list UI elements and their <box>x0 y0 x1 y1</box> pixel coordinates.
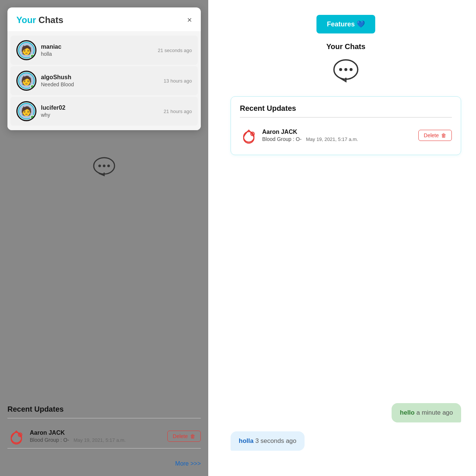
left-panel: Your Chats × 🧑 maniac holla 21 seconds a… <box>0 0 208 476</box>
right-update-item: Aaron JACK Blood Group : O- May 19, 2021… <box>240 123 452 147</box>
message-text: holla <box>239 437 254 444</box>
chat-username: lucifer02 <box>41 104 159 111</box>
svg-point-1 <box>99 165 101 167</box>
divider <box>7 448 201 448</box>
right-delete-button[interactable]: Delete 🗑 <box>418 130 452 141</box>
chat-list: 🧑 maniac holla 21 seconds ago 🧑 <box>7 31 201 130</box>
more-link: More >>> <box>7 454 201 476</box>
chat-item[interactable]: 🧑 lucifer02 why 21 hours ago <box>10 97 198 126</box>
svg-point-7 <box>339 68 342 71</box>
chat-username: algoShush <box>41 74 159 81</box>
chat-modal: Your Chats × 🧑 maniac holla 21 seconds a… <box>7 7 201 130</box>
divider <box>7 418 201 418</box>
right-update-name: Aaron JACK <box>262 129 418 135</box>
avatar: 🧑 <box>16 40 36 60</box>
right-chat-icon <box>231 58 461 87</box>
blood-drop-icon-right <box>240 126 258 144</box>
chat-bubble-icon <box>93 156 115 181</box>
close-button[interactable]: × <box>187 16 192 24</box>
update-info: Aaron JACK Blood Group : O- May 19, 2021… <box>30 430 167 443</box>
chat-item[interactable]: 🧑 algoShush Needed Blood 13 hours ago <box>10 66 198 95</box>
delete-button[interactable]: Delete 🗑 <box>167 431 201 442</box>
chat-item[interactable]: 🧑 maniac holla 21 seconds ago <box>10 36 198 65</box>
chat-preview: holla <box>41 51 153 57</box>
chat-time: 21 seconds ago <box>158 48 192 53</box>
update-detail: Blood Group : O- May 19, 2021, 5:17 a.m. <box>30 437 167 443</box>
section-title: Recent Updates <box>7 405 201 414</box>
message-text: hello <box>400 409 415 416</box>
svg-point-9 <box>350 68 353 71</box>
right-update-detail: Blood Group : O- May 19, 2021, 5:17 a.m. <box>262 136 418 142</box>
online-dot <box>30 115 35 119</box>
chat-time: 21 hours ago <box>164 109 192 114</box>
features-button[interactable]: Features 💙 <box>316 15 375 33</box>
message-bubble-right: hello a minute ago <box>392 403 461 422</box>
svg-point-2 <box>103 165 106 167</box>
chat-info: lucifer02 why <box>36 104 164 118</box>
svg-point-8 <box>344 68 347 71</box>
chat-modal-title: Your Chats <box>16 15 63 25</box>
chat-username: maniac <box>41 44 153 50</box>
chat-info: algoShush Needed Blood <box>36 74 164 87</box>
chat-time: 13 hours ago <box>164 78 192 84</box>
right-panel: Features 💙 Your Chats Recent Updates Aar… <box>208 0 476 476</box>
right-chats-title: Your Chats <box>231 42 461 51</box>
right-update-info: Aaron JACK Blood Group : O- May 19, 2021… <box>262 129 418 142</box>
divider <box>240 117 452 118</box>
right-updates-title: Recent Updates <box>240 104 452 113</box>
update-item: Aaron JACK Blood Group : O- May 19, 2021… <box>7 424 201 448</box>
message-time-text: a minute ago <box>416 409 453 416</box>
svg-point-10 <box>244 132 254 142</box>
update-name: Aaron JACK <box>30 430 167 436</box>
trash-icon: 🗑 <box>190 433 195 439</box>
message-time-text: 3 seconds ago <box>255 437 296 444</box>
online-dot <box>30 54 35 58</box>
chat-modal-header: Your Chats × <box>7 7 201 31</box>
svg-point-3 <box>107 165 110 167</box>
chat-preview: Needed Blood <box>41 81 159 87</box>
message-bubble-left: holla 3 seconds ago <box>231 431 305 451</box>
chat-info: maniac holla <box>36 44 158 57</box>
online-dot <box>30 84 35 89</box>
avatar: 🧑 <box>16 71 36 91</box>
avatar: 🧑 <box>16 101 36 121</box>
chat-preview: why <box>41 112 159 118</box>
recent-updates-right: Recent Updates Aaron JACK Blood Group : … <box>231 96 461 155</box>
recent-updates-left: Recent Updates Aaron JACK Blood Group : … <box>0 396 208 476</box>
messages-area: hello a minute ago holla 3 seconds ago <box>231 167 461 461</box>
trash-icon-right: 🗑 <box>441 132 446 138</box>
svg-point-4 <box>11 432 22 443</box>
more-link-anchor[interactable]: More >>> <box>175 460 201 467</box>
chat-icon-overlay <box>93 156 115 181</box>
title-highlight: Your <box>16 15 36 25</box>
blood-drop-icon <box>7 427 25 445</box>
